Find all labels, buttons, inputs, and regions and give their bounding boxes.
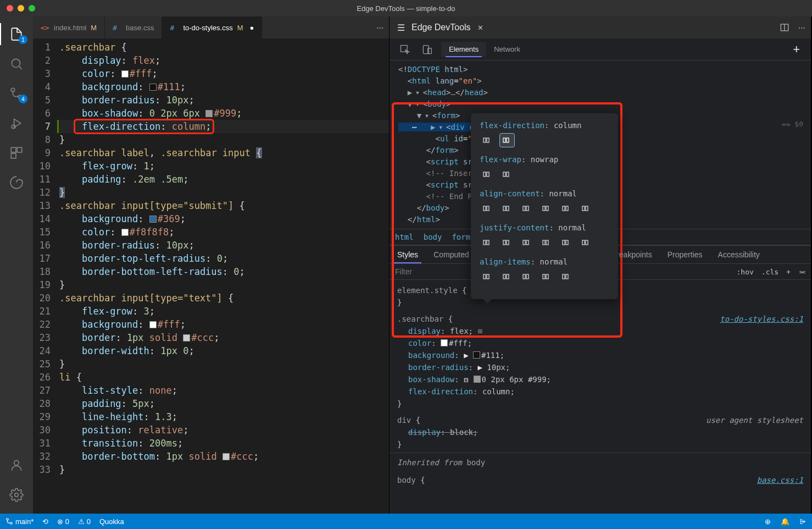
inspect-element-icon[interactable] xyxy=(394,41,416,58)
sb-errors[interactable]: ⊗ 0 xyxy=(57,517,69,526)
tab-overflow-icon[interactable]: ⋯ xyxy=(376,24,383,32)
styles-tool[interactable]: :hov xyxy=(737,268,754,276)
flex-option-icon[interactable] xyxy=(499,167,515,181)
prop-key[interactable]: color xyxy=(408,339,431,348)
prop-value[interactable]: block xyxy=(450,428,473,437)
flex-option-icon[interactable] xyxy=(480,167,495,181)
styles-subtab[interactable]: Properties xyxy=(660,246,710,263)
svg-rect-38 xyxy=(507,240,509,245)
flex-prop-value: nowrap xyxy=(531,155,559,164)
prop-key[interactable]: flex-direction xyxy=(408,387,473,396)
flex-option-icon[interactable] xyxy=(480,201,495,216)
edge-icon[interactable] xyxy=(3,174,30,191)
search-icon[interactable] xyxy=(3,55,30,73)
svg-rect-15 xyxy=(483,138,486,142)
editor-tab[interactable]: #base.css xyxy=(105,16,162,38)
prop-value[interactable]: 10px xyxy=(487,363,505,372)
flex-option-icon[interactable] xyxy=(499,235,515,250)
rule-selector[interactable]: div xyxy=(397,416,411,425)
more-icon[interactable]: ⋯ xyxy=(798,24,805,32)
prop-value[interactable]: #111 xyxy=(481,351,500,360)
account-icon[interactable] xyxy=(3,456,30,474)
flex-option-icon[interactable] xyxy=(480,133,495,147)
prop-key[interactable]: background xyxy=(408,351,454,360)
split-icon[interactable] xyxy=(780,23,789,32)
flex-option-icon[interactable] xyxy=(559,201,574,216)
prop-key[interactable]: display xyxy=(408,428,441,437)
crumb[interactable]: body xyxy=(424,233,442,241)
styles-tool[interactable]: + xyxy=(786,268,791,276)
flex-option-icon[interactable] xyxy=(499,269,515,284)
sb-bell-icon[interactable]: 🔔 xyxy=(781,517,789,526)
source-link[interactable]: base.css:1 xyxy=(757,476,803,484)
flex-option-icon[interactable] xyxy=(480,235,495,250)
flex-option-icon[interactable] xyxy=(579,201,594,216)
svg-rect-30 xyxy=(546,206,548,211)
sb-branch[interactable]: main* xyxy=(5,517,34,526)
editor-tab[interactable]: #to-do-styles.cssM● xyxy=(162,16,262,38)
svg-rect-40 xyxy=(526,240,529,245)
flex-popup[interactable]: flex-direction: columnflex-wrap: nowrapa… xyxy=(471,113,618,299)
devtools-tab[interactable]: Elements xyxy=(441,42,486,57)
flex-option-icon[interactable] xyxy=(539,201,554,216)
debug-icon[interactable] xyxy=(3,114,30,132)
prop-value[interactable]: flex xyxy=(450,327,469,335)
styles-tool[interactable]: .cls xyxy=(761,268,778,276)
rule-selector[interactable]: element.style xyxy=(397,286,458,295)
devtools-title: Edge DevTools xyxy=(411,23,471,32)
sb-copilot-icon[interactable]: ⊕ xyxy=(765,517,771,526)
svg-rect-46 xyxy=(586,240,588,245)
device-toggle-icon[interactable] xyxy=(416,41,438,58)
prop-key[interactable]: border-radius xyxy=(408,363,469,372)
rule-selector[interactable]: .searchbar xyxy=(397,315,443,323)
devtools-menu-icon[interactable]: ☰ xyxy=(397,23,405,33)
styles-subtab[interactable]: Styles xyxy=(390,246,426,263)
prop-value[interactable]: 0 2px 6px #999 xyxy=(482,375,547,384)
inherited-selector[interactable]: body xyxy=(466,458,485,467)
styles-subtab[interactable]: Accessibility xyxy=(710,246,767,263)
minimize-window-icon[interactable] xyxy=(18,5,24,12)
flex-option-icon[interactable] xyxy=(499,201,515,216)
add-tab-icon[interactable]: + xyxy=(786,42,807,57)
extensions-icon[interactable] xyxy=(3,144,30,162)
dirty-indicator: ● xyxy=(250,24,254,32)
sb-quokka[interactable]: Quokka xyxy=(99,517,124,526)
flex-option-icon[interactable] xyxy=(559,269,574,284)
svg-point-9 xyxy=(15,493,19,497)
styles-tool[interactable]: ⫘ xyxy=(798,268,805,276)
crumb[interactable]: html xyxy=(395,233,414,241)
flex-option-icon[interactable] xyxy=(579,235,594,250)
settings-gear-icon[interactable] xyxy=(3,486,30,504)
source-link[interactable]: to-do-styles.css:1 xyxy=(720,315,803,323)
flex-option-icon[interactable] xyxy=(539,269,554,284)
devtools-tab[interactable]: Network xyxy=(486,42,528,57)
prop-value[interactable]: column xyxy=(482,387,510,396)
styles-subtab[interactable]: Computed xyxy=(426,246,477,263)
maximize-window-icon[interactable] xyxy=(29,5,35,12)
flex-option-icon[interactable] xyxy=(519,269,535,284)
line-gutter: 1234567891011121314151617181920212223242… xyxy=(33,38,59,514)
flex-option-icon[interactable] xyxy=(519,235,535,250)
sb-sync[interactable]: ⟲ xyxy=(42,517,48,526)
svg-rect-48 xyxy=(487,274,489,279)
prop-value[interactable]: #fff xyxy=(449,339,468,348)
sb-feedback-icon[interactable]: ⩥ xyxy=(799,517,807,526)
prop-key[interactable]: box-shadow xyxy=(408,375,454,384)
svg-rect-45 xyxy=(582,240,585,245)
flex-option-icon[interactable] xyxy=(559,235,574,250)
rule-selector[interactable]: body xyxy=(397,476,416,484)
styles-rules[interactable]: element.style {}to-do-styles.css:1.searc… xyxy=(390,280,811,514)
prop-key[interactable]: display xyxy=(408,327,441,335)
crumb[interactable]: form xyxy=(452,233,470,241)
flex-option-icon[interactable] xyxy=(480,269,495,284)
code-content[interactable]: .searchbar { display: flex; color: #fff;… xyxy=(59,38,389,514)
sb-warnings[interactable]: ⚠ 0 xyxy=(78,517,91,526)
flex-option-icon[interactable] xyxy=(539,235,554,250)
flex-option-icon[interactable] xyxy=(499,133,515,147)
editor-tab[interactable]: <>index.htmlM xyxy=(33,16,105,38)
explorer-icon[interactable]: 1 xyxy=(3,25,30,43)
flex-option-icon[interactable] xyxy=(519,201,535,216)
close-devtools-icon[interactable]: ✕ xyxy=(477,24,483,32)
close-window-icon[interactable] xyxy=(7,5,13,12)
scm-icon[interactable]: 4 xyxy=(3,85,30,102)
